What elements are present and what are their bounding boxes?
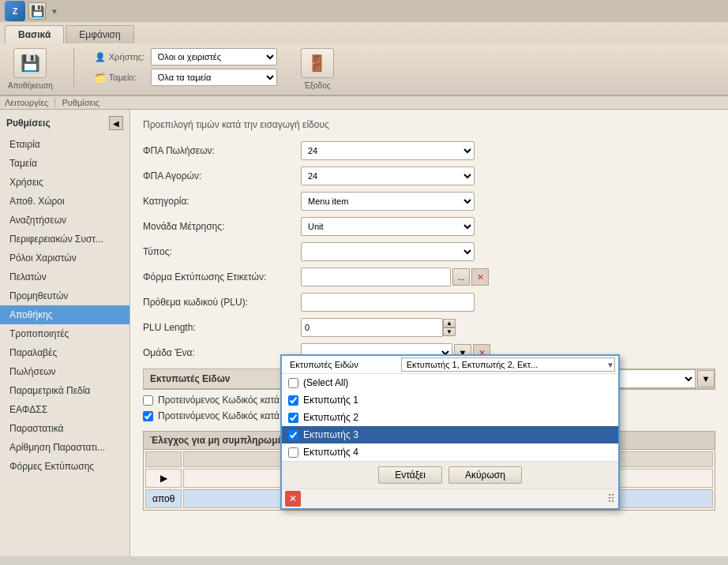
dropdown-item-label: (Select All) <box>303 377 348 388</box>
ribbon-dropdown-arrow[interactable]: ▼ <box>51 7 58 16</box>
sidebar-item-users[interactable]: Χρήσεις <box>0 173 129 192</box>
plu-length-label: PLU Length: <box>143 322 301 333</box>
dropdown-header-select: Εκτυπωτής 1, Εκτυπωτής 2, Εκτ... ▼ <box>401 357 615 372</box>
tab-appearance[interactable]: Εμφάνιση <box>66 25 133 43</box>
plu-length-decrement[interactable]: ▼ <box>443 327 456 336</box>
dropdown-item-label: Εκτυπωτής 4 <box>303 447 358 458</box>
dropdown-header-label: Εκτυπωτές Ειδών <box>285 358 401 371</box>
control-table-header-empty <box>145 451 182 467</box>
dropdown-header-arrow-icon[interactable]: ▼ <box>606 361 614 369</box>
plu-length-row: PLU Length: ▲ ▼ <box>143 318 715 337</box>
vat-purchases-select[interactable]: 24 <box>301 167 475 185</box>
dropdown-cancel-button[interactable]: Ακύρωση <box>448 466 522 484</box>
plu-length-input[interactable] <box>301 318 443 337</box>
unit-select[interactable]: Unit <box>301 217 475 236</box>
dropdown-checkbox-printer4[interactable] <box>288 447 298 458</box>
dropdown-header: Εκτυπωτές Ειδών Εκτυπωτής 1, Εκτυπωτής 2… <box>282 356 618 374</box>
printers-dropdown-arrow[interactable]: ▼ <box>697 370 715 387</box>
sidebar-item-suppliers[interactable]: Προμηθευτών <box>0 286 129 305</box>
dropdown-item-printer4[interactable]: Εκτυπωτής 4 <box>282 443 618 461</box>
plu-prefix-input[interactable] <box>301 293 475 312</box>
print-form-row: Φόρμα Εκτύπωσης Ετικετών: ... ✕ <box>143 268 715 286</box>
type-label: Τύπος: <box>143 246 301 257</box>
exit-label: Έξοδος <box>304 81 331 90</box>
dropdown-x-button[interactable]: ✕ <box>285 491 301 507</box>
exit-icon: 🚪 <box>307 54 327 73</box>
sidebar-item-eafdss[interactable]: ΕΑΦΔΣΣ <box>0 400 129 419</box>
unit-label: Μονάδα Μέτρησης: <box>143 221 301 232</box>
control-row-label: αποθ <box>145 489 182 508</box>
type-select[interactable] <box>301 242 475 261</box>
cashier-select[interactable]: Όλα τα ταμεία <box>151 69 277 86</box>
printer-dropdown-overlay: Εκτυπωτές Ειδών Εκτυπωτής 1, Εκτυπωτής 2… <box>280 354 620 510</box>
category-select[interactable]: Menu item <box>301 192 475 211</box>
content-title: Προεπιλογή τιμών κατά την εισαγωγή είδου… <box>143 119 715 130</box>
exit-button[interactable]: 🚪 <box>301 48 334 78</box>
user-select[interactable]: Όλοι οι χειριστές <box>151 48 277 65</box>
dropdown-ok-button[interactable]: Εντάξει <box>378 466 442 484</box>
user-label: 👤 Χρήστης: <box>95 52 146 62</box>
toolbar-form: 👤 Χρήστης: Όλοι οι χειριστές 🗂️ Ταμείο: … <box>95 48 277 90</box>
sidebar-item-company[interactable]: Εταιρία <box>0 135 129 154</box>
collapse-icon: ◀ <box>113 119 119 128</box>
category-row: Κατηγορία: Menu item <box>143 192 715 211</box>
tab-bar: Βασικά Εμφάνιση <box>0 22 728 43</box>
vat-purchases-label: ΦΠΑ Αγορών: <box>143 170 301 181</box>
cashier-label: 🗂️ Ταμείο: <box>95 73 146 83</box>
print-form-input[interactable] <box>301 268 451 286</box>
sidebar-item-warehouse[interactable]: Αποθήκης <box>0 305 129 324</box>
save-label: Αποθήκευση <box>8 81 53 90</box>
control-row-arrow[interactable]: ▶ <box>145 469 182 488</box>
toolbar: 💾 Αποθήκευση 👤 Χρήστης: Όλοι οι χειριστέ… <box>0 43 728 95</box>
sidebar-item-warehouses[interactable]: Αποθ. Χώροι <box>0 192 129 211</box>
sidebar-item-customers[interactable]: Πελατών <box>0 268 129 286</box>
dropdown-item-printer1[interactable]: Εκτυπωτής 1 <box>282 391 618 409</box>
dropdown-select-text: Εκτυπωτής 1, Εκτυπωτής 2, Εκτ... <box>402 358 605 371</box>
sidebar-item-user-roles[interactable]: Ρόλοι Χαριστών <box>0 249 129 268</box>
unit-row: Μονάδα Μέτρησης: Unit <box>143 217 715 236</box>
vat-sales-select[interactable]: 24 <box>301 141 475 160</box>
sidebar-item-searches[interactable]: Αναζητήσεων <box>0 211 129 230</box>
sidebar-item-cashiers[interactable]: Ταμεία <box>0 154 129 173</box>
vat-sales-label: ΦΠΑ Πωλήσεων: <box>143 145 301 156</box>
sidebar-item-receipts[interactable]: Παραλαβές <box>0 343 129 362</box>
sidebar-item-modifiers[interactable]: Τροποποιητές <box>0 324 129 343</box>
sidebar-item-peripheral[interactable]: Περιφερειακών Συστ... <box>0 230 129 249</box>
dropdown-checkbox-printer2[interactable] <box>288 413 298 423</box>
toolbar-save-group: 💾 Αποθήκευση <box>8 48 53 90</box>
sidebar-collapse-button[interactable]: ◀ <box>109 116 123 130</box>
settings-label: Ρυθμίσεις <box>55 98 99 107</box>
dropdown-item-printer3[interactable]: Εκτυπωτής 3 <box>282 426 618 443</box>
dropdown-checkbox-printer1[interactable] <box>288 395 298 406</box>
dropdown-bottom-bar: ✕ ⠿ <box>282 488 618 508</box>
save-button[interactable]: 💾 <box>13 48 47 78</box>
plu-length-increment[interactable]: ▲ <box>443 319 456 327</box>
tab-basic[interactable]: Βασικά <box>5 25 64 43</box>
cashier-icon: 🗂️ <box>95 73 106 83</box>
printers-header-label: Εκτυπωτές Είδων <box>144 370 302 387</box>
sidebar-item-param-fields[interactable]: Παραμετρικά Πεδία <box>0 381 129 400</box>
x-icon: ✕ <box>289 493 297 504</box>
print-form-browse-button[interactable]: ... <box>452 268 470 286</box>
print-form-clear-button[interactable]: ✕ <box>471 268 489 286</box>
sidebar-item-print-forms[interactable]: Φόρμες Εκτύπωσης <box>0 457 129 476</box>
category-label: Κατηγορία: <box>143 196 301 207</box>
sidebar-item-sales[interactable]: Πωλήσεων <box>0 362 129 381</box>
save-large-icon: 💾 <box>21 54 40 73</box>
sidebar: Ρυθμίσεις ◀ Εταιρία Ταμεία Χρήσεις Αποθ.… <box>0 110 130 556</box>
dropdown-item-label: Εκτυπωτής 2 <box>303 412 358 423</box>
sidebar-item-documents[interactable]: Παραστατικά <box>0 419 129 438</box>
sidebar-item-numbering[interactable]: Αρίθμηση Παραστατι... <box>0 438 129 457</box>
save-icon: 💾 <box>31 5 44 17</box>
dropdown-checkbox-printer3[interactable] <box>288 430 298 440</box>
content-area: Προεπιλογή τιμών κατά την εισαγωγή είδου… <box>130 110 728 556</box>
group-one-label: Ομάδα Ένα: <box>143 347 301 358</box>
dropdown-dots: ⠿ <box>607 492 615 505</box>
plu-prefix-label: Πρόθεμα κωδικού (PLU): <box>143 297 301 308</box>
checkbox-pos[interactable] <box>143 395 153 406</box>
dropdown-checkbox-select-all[interactable] <box>288 378 298 388</box>
dropdown-item-printer2[interactable]: Εκτυπωτής 2 <box>282 409 618 426</box>
quick-save-button[interactable]: 💾 <box>28 2 46 20</box>
dropdown-item-select-all[interactable]: (Select All) <box>282 374 618 391</box>
checkbox-pos-manager[interactable] <box>143 411 153 421</box>
